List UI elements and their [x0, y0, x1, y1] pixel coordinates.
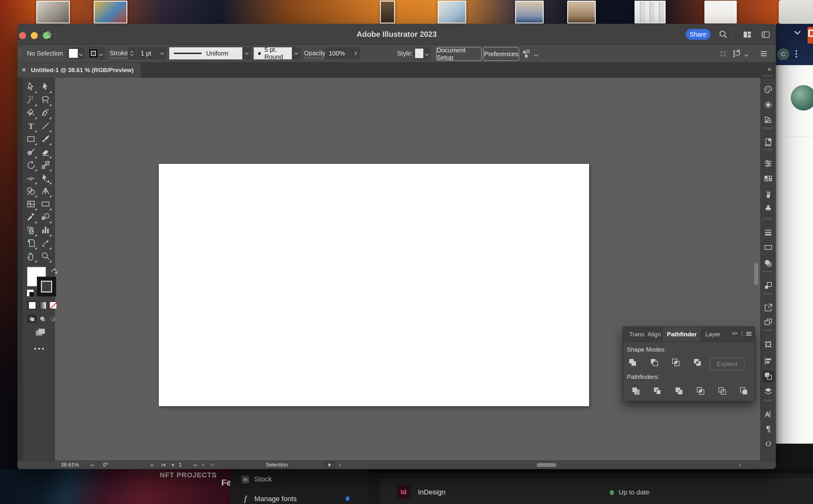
width-tool[interactable] — [24, 172, 38, 185]
draw-behind-button[interactable] — [38, 314, 47, 323]
stroke-swatch[interactable] — [89, 49, 98, 58]
pathfinder-crop-button[interactable] — [694, 386, 708, 397]
menu-item-stock[interactable]: St Stock — [241, 475, 272, 483]
panel-grip[interactable] — [763, 330, 773, 331]
perspective-grid-tool[interactable] — [38, 185, 52, 198]
artboard-tool[interactable] — [24, 237, 38, 250]
eyedropper-tool[interactable] — [24, 211, 38, 224]
tab-align[interactable]: Align — [643, 327, 665, 342]
dock-panel-opentype[interactable]: O — [763, 439, 774, 450]
vertical-scrollbar[interactable] — [754, 263, 758, 285]
scale-tool[interactable] — [38, 159, 52, 172]
chevron-down-icon[interactable] — [534, 52, 538, 58]
desktop-file-thumbnail[interactable] — [438, 1, 466, 24]
draw-inside-button[interactable] — [48, 314, 58, 323]
style-swatch[interactable] — [415, 49, 423, 58]
swap-fill-stroke-icon[interactable] — [50, 268, 58, 275]
first-artboard-icon[interactable] — [161, 463, 166, 467]
zoom-level-control[interactable]: 38.61% — [56, 461, 98, 469]
pathfinder-trim-button[interactable] — [650, 386, 664, 397]
collapse-left-dock-icon[interactable]: « — [22, 65, 26, 73]
dock-panel-brushes[interactable] — [763, 190, 774, 200]
line-segment-tool[interactable] — [38, 120, 52, 133]
dock-panel-properties[interactable] — [763, 159, 774, 170]
style-control[interactable] — [414, 47, 430, 59]
eraser-tool[interactable] — [38, 146, 52, 159]
last-artboard-icon[interactable] — [210, 463, 215, 467]
panel-grip[interactable] — [763, 400, 773, 401]
column-graph-tool[interactable] — [38, 224, 52, 237]
dock-panel-gradient[interactable] — [763, 243, 774, 253]
panel-grip[interactable] — [763, 271, 773, 272]
panel-overflow-icon[interactable]: >> — [732, 330, 737, 337]
dock-panel-artboards[interactable] — [763, 317, 774, 328]
dock-panel-character[interactable]: A — [763, 409, 774, 420]
curvature-tool[interactable] — [38, 107, 52, 120]
fill-swatch[interactable] — [69, 49, 78, 58]
opacity-input[interactable]: 100% — [325, 47, 355, 59]
paintbrush-tool[interactable] — [38, 133, 52, 146]
chevron-down-icon[interactable] — [99, 52, 103, 57]
lasso-tool[interactable] — [38, 94, 52, 107]
document-tab[interactable]: × Untitled-1 @ 38.61 % (RGB/Preview) — [17, 63, 141, 78]
stroke-weight-stepper[interactable] — [128, 47, 136, 59]
shape-mode-unite-button[interactable] — [626, 357, 640, 369]
status-readout[interactable]: Selection — [230, 461, 324, 469]
width-profile-dropdown[interactable]: Uniform — [169, 47, 242, 59]
dock-panel-color[interactable] — [763, 85, 774, 96]
color-mode-button[interactable] — [27, 301, 37, 310]
desktop-file-thumbnail[interactable] — [567, 1, 596, 24]
artwork-thumbnail[interactable] — [791, 85, 813, 111]
stroke-color-control[interactable] — [87, 47, 105, 59]
stroke-color-swatch[interactable] — [37, 277, 56, 296]
pen-tool[interactable] — [24, 107, 38, 120]
none-mode-button[interactable] — [48, 301, 58, 310]
dock-panel-transform[interactable] — [763, 339, 774, 350]
chevron-down-icon[interactable] — [79, 52, 83, 57]
panel-menu-icon[interactable] — [745, 330, 752, 337]
horizontal-scrollbar[interactable] — [537, 463, 556, 467]
zoom-tool[interactable] — [38, 250, 52, 263]
pathfinder-merge-button[interactable] — [672, 386, 686, 397]
dock-panel-pathfinder[interactable] — [763, 371, 774, 382]
dock-panel-export[interactable] — [763, 303, 774, 314]
tab-pathfinder[interactable]: Pathfinder — [662, 327, 701, 342]
default-fill-stroke-icon[interactable] — [27, 290, 34, 296]
chevron-down-icon[interactable] — [744, 52, 749, 58]
stroke-weight-dropdown[interactable] — [158, 47, 167, 59]
expand-button[interactable]: Expand — [709, 357, 745, 371]
pathfinder-minus-back-button[interactable] — [737, 386, 751, 397]
isolate-mode-icon[interactable] — [522, 49, 531, 58]
shape-mode-exclude-button[interactable] — [690, 357, 704, 369]
chevron-down-icon[interactable] — [425, 52, 429, 57]
collapse-right-dock-icon[interactable]: « — [768, 65, 771, 73]
share-button[interactable]: Share — [686, 29, 710, 40]
status-menu-arrow[interactable] — [324, 461, 336, 469]
scroll-right-icon[interactable]: › — [739, 461, 741, 468]
dock-panel-transparency[interactable] — [763, 259, 774, 269]
desktop-file-thumbnail[interactable] — [380, 1, 395, 24]
dock-panel-swatches[interactable] — [763, 174, 774, 185]
shape-builder-tool[interactable] — [24, 185, 38, 198]
dock-panel-stroke[interactable] — [763, 228, 774, 239]
panel-grip[interactable] — [763, 218, 773, 219]
width-profile-chevron[interactable] — [242, 47, 251, 59]
panel-grip[interactable] — [763, 127, 773, 129]
stroke-panel-link[interactable]: Stroke: — [110, 49, 130, 58]
document-setup-button[interactable]: Document Setup — [436, 47, 482, 61]
hand-tool[interactable] — [24, 250, 38, 263]
gradient-mode-button[interactable] — [38, 301, 47, 310]
pixel-grid-icon[interactable] — [719, 49, 728, 58]
direct-selection-tool[interactable] — [38, 81, 52, 94]
dock-panel-paragraph[interactable]: ¶ — [763, 424, 774, 435]
kebab-menu-icon[interactable] — [796, 49, 797, 59]
rectangle-tool[interactable] — [24, 133, 38, 146]
previous-artboard-icon[interactable] — [170, 463, 175, 467]
pathfinder-outline-button[interactable] — [715, 386, 729, 397]
rotate-tool[interactable] — [24, 159, 38, 172]
free-transform-tool[interactable] — [38, 172, 52, 185]
screen-mode-icon[interactable] — [34, 326, 46, 337]
desktop-file-thumbnail[interactable] — [704, 1, 737, 24]
dock-panel-appearance[interactable] — [763, 281, 774, 292]
slice-tool[interactable] — [38, 237, 52, 250]
